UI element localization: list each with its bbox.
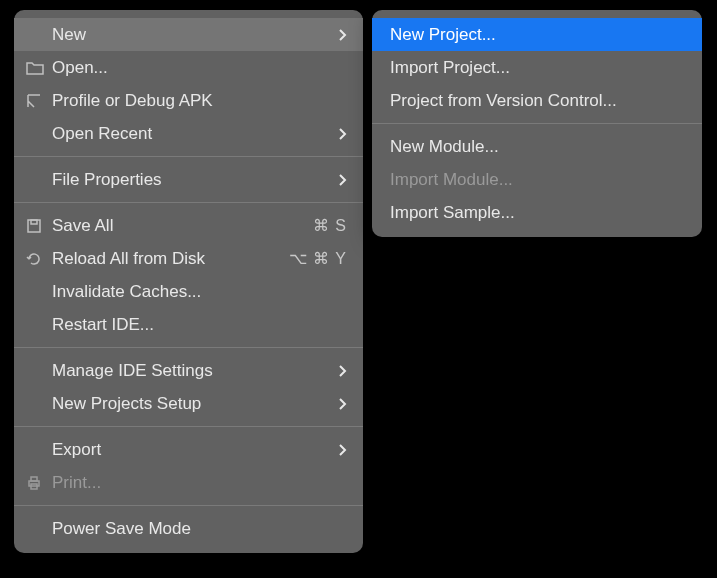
menu-label: Open Recent bbox=[52, 124, 339, 144]
menu-label: File Properties bbox=[52, 170, 339, 190]
menu-label: New bbox=[52, 25, 339, 45]
divider bbox=[14, 347, 363, 348]
menu-item-power-save[interactable]: Power Save Mode bbox=[14, 512, 363, 545]
menu-label: New Projects Setup bbox=[52, 394, 339, 414]
menu-label: Power Save Mode bbox=[52, 519, 347, 539]
reload-icon bbox=[26, 251, 52, 267]
divider bbox=[14, 156, 363, 157]
svg-rect-1 bbox=[31, 220, 37, 224]
submenu-item-version-control[interactable]: Project from Version Control... bbox=[372, 84, 702, 117]
chevron-right-icon bbox=[339, 29, 347, 41]
menu-item-open[interactable]: Open... bbox=[14, 51, 363, 84]
chevron-right-icon bbox=[339, 365, 347, 377]
chevron-right-icon bbox=[339, 398, 347, 410]
menu-item-open-recent[interactable]: Open Recent bbox=[14, 117, 363, 150]
submenu-item-import-sample[interactable]: Import Sample... bbox=[372, 196, 702, 229]
menu-label: Manage IDE Settings bbox=[52, 361, 339, 381]
menu-item-profile-apk[interactable]: Profile or Debug APK bbox=[14, 84, 363, 117]
menu-label: Import Project... bbox=[390, 58, 684, 78]
menu-item-file-properties[interactable]: File Properties bbox=[14, 163, 363, 196]
menu-item-reload[interactable]: Reload All from Disk ⌥ ⌘ Y bbox=[14, 242, 363, 275]
menu-item-print: Print... bbox=[14, 466, 363, 499]
menu-label: Restart IDE... bbox=[52, 315, 347, 335]
save-icon bbox=[26, 218, 52, 234]
menu-label: Import Sample... bbox=[390, 203, 684, 223]
folder-icon bbox=[26, 61, 52, 75]
menu-item-new-projects-setup[interactable]: New Projects Setup bbox=[14, 387, 363, 420]
submenu-item-import-project[interactable]: Import Project... bbox=[372, 51, 702, 84]
divider bbox=[14, 505, 363, 506]
menu-label: Print... bbox=[52, 473, 347, 493]
menu-label: Open... bbox=[52, 58, 347, 78]
divider bbox=[372, 123, 702, 124]
new-submenu: New Project... Import Project... Project… bbox=[372, 10, 702, 237]
menu-label: New Module... bbox=[390, 137, 684, 157]
menu-label: Export bbox=[52, 440, 339, 460]
menu-label: Profile or Debug APK bbox=[52, 91, 347, 111]
divider bbox=[14, 202, 363, 203]
file-menu: New Open... Profile or Debug APK Open Re… bbox=[14, 10, 363, 553]
menu-label: Project from Version Control... bbox=[390, 91, 684, 111]
menu-label: Reload All from Disk bbox=[52, 249, 277, 269]
chevron-right-icon bbox=[339, 174, 347, 186]
chevron-right-icon bbox=[339, 128, 347, 140]
profile-icon bbox=[26, 93, 52, 109]
submenu-item-new-project[interactable]: New Project... bbox=[372, 18, 702, 51]
menu-item-manage-ide[interactable]: Manage IDE Settings bbox=[14, 354, 363, 387]
submenu-item-new-module[interactable]: New Module... bbox=[372, 130, 702, 163]
svg-rect-3 bbox=[31, 477, 37, 481]
menu-label: New Project... bbox=[390, 25, 684, 45]
menu-label: Import Module... bbox=[390, 170, 684, 190]
chevron-right-icon bbox=[339, 444, 347, 456]
menu-item-new[interactable]: New bbox=[14, 18, 363, 51]
svg-rect-0 bbox=[28, 220, 40, 232]
menu-label: Save All bbox=[52, 216, 301, 236]
menu-item-invalidate[interactable]: Invalidate Caches... bbox=[14, 275, 363, 308]
menu-item-restart[interactable]: Restart IDE... bbox=[14, 308, 363, 341]
shortcut-label: ⌘ S bbox=[313, 216, 347, 235]
print-icon bbox=[26, 475, 52, 491]
menu-item-export[interactable]: Export bbox=[14, 433, 363, 466]
submenu-item-import-module: Import Module... bbox=[372, 163, 702, 196]
divider bbox=[14, 426, 363, 427]
shortcut-label: ⌥ ⌘ Y bbox=[289, 249, 347, 268]
menu-item-save-all[interactable]: Save All ⌘ S bbox=[14, 209, 363, 242]
menu-label: Invalidate Caches... bbox=[52, 282, 347, 302]
